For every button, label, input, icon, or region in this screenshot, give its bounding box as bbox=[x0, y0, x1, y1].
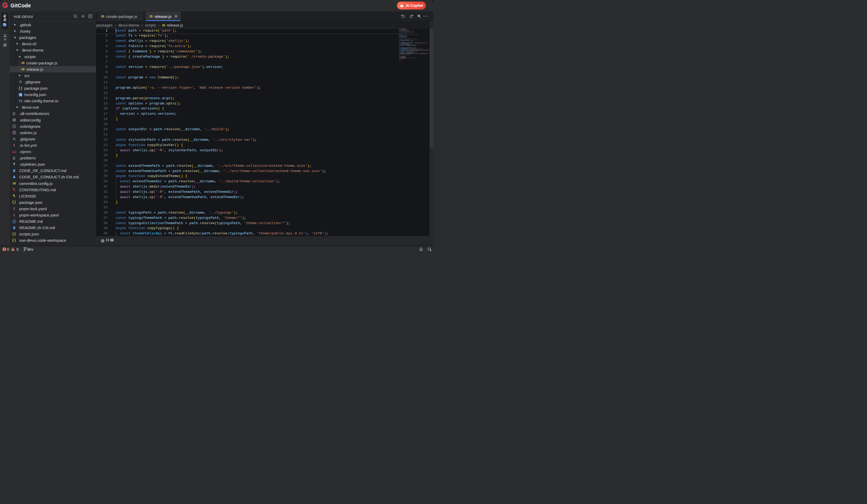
svg-text:TS: TS bbox=[19, 94, 22, 96]
